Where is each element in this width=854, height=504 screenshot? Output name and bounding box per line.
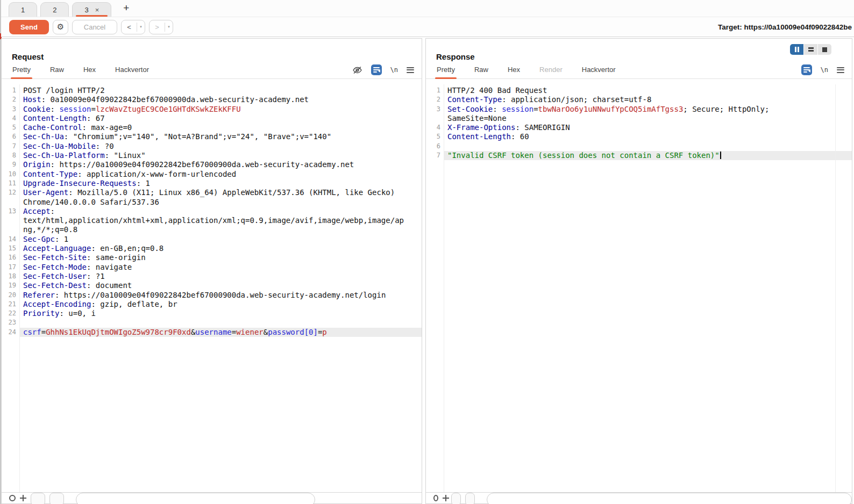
request-line[interactable]: 2Host: 0a10009e04f09022842bef67000900da.… (2, 95, 422, 104)
request-line[interactable]: 21Accept-Encoding: gzip, deflate, br (2, 300, 422, 309)
request-line[interactable]: Chrome/140.0.0.0 Safari/537.36 (2, 198, 422, 207)
response-tab-raw[interactable]: Raw (474, 66, 488, 78)
layout-toggle-group (790, 44, 831, 55)
gear-icon: ⚙ (57, 22, 64, 32)
close-icon[interactable]: × (95, 6, 99, 14)
request-line[interactable]: 18Sec-Fetch-User: ?1 (2, 272, 422, 281)
send-button[interactable]: Send (9, 20, 49, 34)
request-line[interactable]: ng,*/*;q=0.8 (2, 225, 422, 234)
request-line[interactable]: 9Origin: https://0a10009e04f09022842bef6… (2, 160, 422, 169)
response-line[interactable]: 7"Invalid CSRF token (session does not c… (426, 151, 852, 160)
response-tab-hex[interactable]: Hex (508, 66, 520, 78)
line-number (2, 216, 19, 225)
show-newlines-icon[interactable]: \n (821, 66, 828, 74)
line-number: 3 (426, 105, 444, 114)
show-newlines-icon[interactable]: \n (390, 66, 398, 74)
request-tab-pretty[interactable]: Pretty (12, 66, 31, 78)
request-line[interactable]: 14Sec-Gpc: 1 (2, 235, 422, 244)
response-line[interactable]: 1HTTP/2 400 Bad Request (426, 86, 852, 95)
request-line[interactable]: 23 (2, 318, 422, 327)
search-next-button[interactable] (465, 493, 475, 504)
response-line[interactable]: 6 (426, 142, 852, 151)
request-line[interactable]: 16Sec-Fetch-Site: same-origin (2, 253, 422, 262)
request-line[interactable]: 17Sec-Fetch-Mode: navigate (2, 263, 422, 272)
line-content: Sec-Fetch-Site: same-origin (19, 253, 422, 262)
line-content: Sec-Ch-Ua-Mobile: ?0 (19, 142, 422, 151)
word-wrap-icon[interactable] (371, 64, 382, 75)
response-tab-pretty[interactable]: Pretty (437, 66, 455, 78)
layout-single-button[interactable] (818, 44, 831, 55)
line-content: SameSite=None (444, 114, 852, 123)
request-line[interactable]: 4Content-Length: 67 (2, 114, 422, 123)
search-target-icon[interactable] (433, 495, 438, 501)
chevron-down-icon[interactable]: ▾ (165, 25, 173, 29)
chevron-down-icon[interactable]: ▾ (137, 25, 145, 29)
layout-columns-button[interactable] (790, 44, 803, 55)
line-content: Cookie: session=lzcWavZtugEC9COe1GHTdKSw… (19, 105, 422, 114)
request-line[interactable]: 24csrf=GhhNs1EkUqDjtmOWIgoZ5w978cr9F0xd&… (2, 328, 422, 337)
line-number: 4 (426, 123, 444, 132)
search-add-icon[interactable] (20, 495, 26, 501)
editor-menu-icon[interactable] (407, 67, 414, 73)
request-line[interactable]: text/html,application/xhtml+xml,applicat… (2, 216, 422, 225)
repeater-tab-2[interactable]: 2 (40, 2, 69, 17)
forward-button[interactable]: > ▾ (149, 20, 173, 34)
request-line[interactable]: 22Priority: u=0, i (2, 309, 422, 318)
search-input[interactable] (76, 493, 315, 504)
response-tab-render[interactable]: Render (539, 66, 563, 78)
hide-nonprintable-icon[interactable] (352, 66, 362, 74)
request-tab-hex[interactable]: Hex (83, 66, 96, 78)
request-title: Request (12, 52, 422, 61)
line-content: Content-Type: application/json; charset=… (444, 95, 852, 104)
response-line[interactable]: SameSite=None (426, 114, 852, 123)
line-number: 1 (426, 86, 444, 95)
back-button[interactable]: < ▾ (121, 20, 145, 34)
request-line[interactable]: 1POST /login HTTP/2 (2, 86, 422, 95)
request-line[interactable]: 20Referer: https://0a10009e04f09022842be… (2, 291, 422, 300)
add-tab-button[interactable]: + (120, 2, 132, 15)
line-number: 7 (426, 151, 444, 160)
repeater-tab-1[interactable]: 1 (9, 2, 37, 17)
line-number: 23 (2, 318, 19, 327)
request-line[interactable]: 3Cookie: session=lzcWavZtugEC9COe1GHTdKS… (2, 105, 422, 114)
line-number: 16 (2, 253, 19, 262)
request-tab-raw[interactable]: Raw (50, 66, 64, 78)
search-add-icon[interactable] (443, 495, 447, 501)
response-line[interactable]: 4X-Frame-Options: SAMEORIGIN (426, 123, 852, 132)
request-line[interactable]: 7Sec-Ch-Ua-Mobile: ?0 (2, 142, 422, 151)
line-content: Sec-Fetch-Dest: document (19, 281, 422, 290)
request-line[interactable]: 10Content-Type: application/x-www-form-u… (2, 170, 422, 179)
request-tab-hackvertor[interactable]: Hackvertor (115, 66, 149, 78)
repeater-tab-3[interactable]: 3× (72, 2, 111, 17)
search-target-icon[interactable] (9, 495, 16, 501)
response-line[interactable]: 5Content-Length: 60 (426, 132, 852, 141)
line-content: Host: 0a10009e04f09022842bef67000900da.w… (19, 95, 422, 104)
editor-menu-icon[interactable] (837, 67, 844, 73)
search-input[interactable] (487, 493, 852, 504)
response-tab-hackvertor[interactable]: Hackvertor (582, 66, 616, 78)
layout-rows-button[interactable] (804, 44, 817, 55)
search-next-button[interactable] (49, 493, 64, 504)
cancel-button[interactable]: Cancel (72, 20, 117, 34)
request-line[interactable]: 6Sec-Ch-Ua: "Chromium";v="140", "Not=A?B… (2, 132, 422, 141)
line-number: 2 (426, 95, 444, 104)
response-editor[interactable]: 1HTTP/2 400 Bad Request2Content-Type: ap… (426, 84, 852, 493)
request-line[interactable]: 12User-Agent: Mozilla/5.0 (X11; Linux x8… (2, 188, 422, 197)
search-prev-button[interactable] (31, 493, 45, 504)
word-wrap-icon[interactable] (801, 64, 812, 75)
line-content: HTTP/2 400 Bad Request (444, 86, 852, 95)
request-line[interactable]: 15Accept-Language: en-GB,en;q=0.8 (2, 244, 422, 253)
response-editor-tabs: PrettyRawHexRenderHackvertor \n (426, 63, 852, 79)
response-line[interactable]: 3Set-Cookie: session=tbwNarOo6y1uNNwufYp… (426, 105, 852, 114)
request-editor[interactable]: 1POST /login HTTP/22Host: 0a10009e04f090… (2, 84, 422, 493)
repeater-tab-label: 3 (84, 6, 88, 14)
request-line[interactable]: 8Sec-Ch-Ua-Platform: "Linux" (2, 151, 422, 160)
request-line[interactable]: 5Cache-Control: max-age=0 (2, 123, 422, 132)
request-line[interactable]: 19Sec-Fetch-Dest: document (2, 281, 422, 290)
line-number: 11 (2, 179, 19, 188)
request-line[interactable]: 11Upgrade-Insecure-Requests: 1 (2, 179, 422, 188)
response-line[interactable]: 2Content-Type: application/json; charset… (426, 95, 852, 104)
request-line[interactable]: 13Accept: (2, 207, 422, 216)
send-settings-button[interactable]: ⚙ (53, 20, 68, 34)
search-prev-button[interactable] (451, 493, 461, 504)
